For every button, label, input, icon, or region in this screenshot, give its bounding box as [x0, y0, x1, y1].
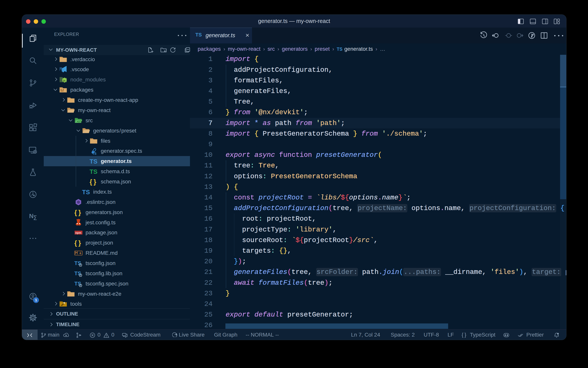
svg-text:</>: </> — [77, 120, 82, 123]
svg-text:npm: npm — [75, 231, 81, 234]
svg-text:TS: TS — [74, 270, 81, 276]
svg-text:TS: TS — [74, 280, 81, 286]
svg-text:TS: TS — [92, 152, 96, 155]
svg-text:js: js — [63, 79, 65, 82]
svg-text:∑: ∑ — [33, 214, 37, 220]
svg-text:{ }: { } — [74, 209, 81, 216]
svg-text:TS: TS — [74, 260, 81, 266]
svg-text:TS: TS — [90, 168, 97, 175]
svg-text:{ }: { } — [90, 178, 96, 185]
svg-text:N: N — [29, 212, 34, 220]
svg-text:TS: TS — [82, 189, 90, 196]
svg-text:TS: TS — [90, 158, 97, 165]
svg-text:{ }: { } — [74, 239, 81, 247]
